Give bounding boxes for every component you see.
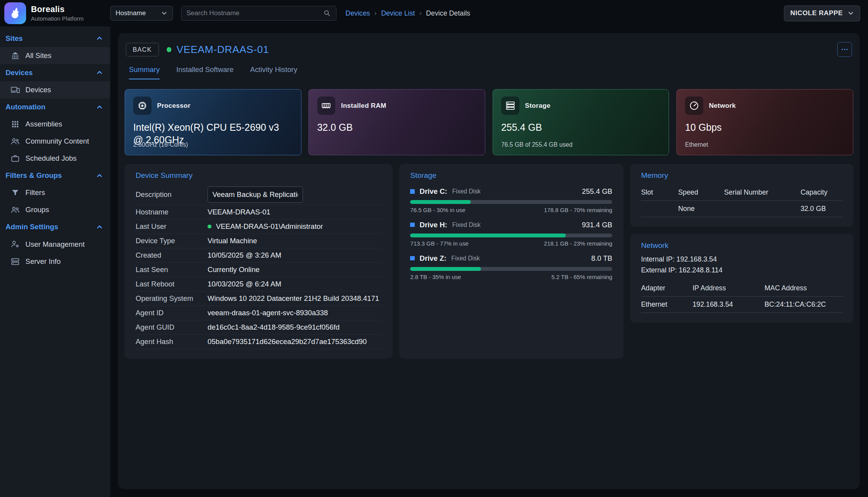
drive-type: Fixed Disk — [452, 188, 481, 195]
drive-size: 255.4 GB — [582, 187, 612, 196]
stat-card-label: Processor — [157, 102, 190, 110]
section-label: Devices — [5, 68, 33, 77]
search-icon[interactable] — [323, 9, 331, 17]
table-header-cell: Speed — [678, 188, 724, 197]
sidebar-item-filters[interactable]: Filters — [0, 184, 110, 201]
sidebar-item-user-management[interactable]: User Management — [0, 236, 110, 253]
stat-card-storage: Storage 255.4 GB 76.5 GB of 255.4 GB use… — [493, 89, 669, 156]
breadcrumb-link-devices[interactable]: Devices — [345, 9, 370, 18]
sidebar-section-admin-settings[interactable]: Admin Settings — [0, 218, 110, 235]
chevron-down-icon — [848, 10, 854, 16]
drive-usage-fill — [410, 267, 481, 271]
row-value: veeam-draas-01-agent-svc-8930a338 — [208, 309, 328, 317]
row-label: Last User — [136, 222, 208, 231]
drive-size: 931.4 GB — [582, 221, 612, 229]
network-table-row: Ethernet 192.168.3.54 BC:24:11:CA:C6:2C — [641, 297, 843, 313]
drive-type: Fixed Disk — [452, 221, 481, 228]
description-input[interactable] — [208, 186, 303, 202]
online-status-dot — [167, 47, 172, 52]
online-status-dot — [208, 225, 211, 228]
drive-name: Drive Z: — [420, 254, 447, 263]
hostname-filter-select[interactable]: Hostname — [110, 6, 173, 21]
stat-card-footer: 2.60GHz (16-Cores) — [133, 141, 188, 148]
cpu-icon — [133, 97, 151, 115]
drive-usage-text: 76.5 GB - 30% in use 178.8 GB - 70% rema… — [410, 207, 612, 213]
building-icon — [11, 51, 20, 60]
drive-marker-icon — [410, 189, 414, 193]
row-label: Description — [136, 190, 208, 199]
row-label: Device Type — [136, 237, 208, 245]
chevron-up-icon — [96, 35, 103, 42]
user-menu-label: NICOLE RAPPE — [791, 9, 843, 17]
network-ips: Internal IP: 192.168.3.54 External IP: 1… — [641, 254, 843, 276]
sidebar-item-community-content[interactable]: Community Content — [0, 133, 110, 150]
stat-card-header: Processor — [133, 97, 292, 115]
sidebar-item-label: All Sites — [25, 51, 51, 60]
tab-activity-history[interactable]: Activity History — [250, 65, 297, 80]
memory-panel: Memory Slot Speed Serial Number Capacity — [630, 164, 854, 227]
breadcrumb-separator: › — [419, 9, 422, 17]
sidebar-item-scheduled-jobs[interactable]: Scheduled Jobs — [0, 150, 110, 167]
search-input[interactable] — [187, 9, 323, 17]
stat-card-footer: Ethernet — [685, 141, 708, 148]
device-details-panel: BACK VEEAM-DRAAS-01 Summary Installed So… — [118, 33, 860, 489]
row-label: Hostname — [136, 208, 208, 216]
device-summary-title: Device Summary — [136, 171, 381, 180]
drive-remaining: 218.1 GB - 23% remaining — [544, 240, 613, 247]
sidebar-section-automation[interactable]: Automation — [0, 98, 110, 116]
table-cell: 32.0 GB — [801, 205, 843, 213]
table-cell: BC:24:11:CA:C6:2C — [764, 300, 843, 309]
sidebar-item-groups[interactable]: Groups — [0, 201, 110, 218]
drive-usage-text: 713.3 GB - 77% in use 218.1 GB - 23% rem… — [410, 240, 612, 247]
table-header-cell: Slot — [641, 188, 678, 197]
borealis-logo[interactable] — [4, 2, 26, 24]
sidebar-item-label: Filters — [25, 188, 45, 197]
summary-row-description: Description — [136, 184, 381, 205]
network-panel-title: Network — [641, 241, 843, 250]
sidebar-item-label: Assemblies — [25, 120, 62, 128]
table-header-cell: Serial Number — [724, 188, 800, 197]
table-cell: None — [678, 205, 724, 213]
row-value: 05ba0e7935171d626ecea29b27d7ae175363cd90 — [208, 337, 367, 346]
devices-icon — [11, 85, 20, 95]
device-summary-table: Description Hostname VEEAM-DRAAS-01 Las — [136, 184, 381, 349]
user-menu-button[interactable]: NICOLE RAPPE — [784, 5, 860, 21]
drive-usage-text: 2.8 TB - 35% in use 5.2 TB - 65% remaini… — [410, 274, 612, 280]
stat-card-installed-ram: Installed RAM 32.0 GB — [308, 89, 485, 156]
table-cell: 192.168.3.54 — [692, 300, 764, 309]
memory-table-header-row: Slot Speed Serial Number Capacity — [641, 184, 843, 201]
drive-h: Drive H: Fixed Disk 931.4 GB 713.3 GB - … — [410, 221, 612, 247]
sidebar-section-sites[interactable]: Sites — [0, 30, 110, 47]
sidebar-item-assemblies[interactable]: Assemblies — [0, 116, 110, 133]
drive-usage-fill — [410, 234, 566, 237]
tab-summary[interactable]: Summary — [129, 65, 160, 80]
more-actions-button[interactable] — [837, 42, 852, 57]
stat-card-network: Network 10 Gbps Ethernet — [676, 89, 853, 156]
back-button[interactable]: BACK — [126, 43, 159, 56]
sidebar-section-devices[interactable]: Devices — [0, 64, 110, 81]
stat-card-value: 255.4 GB — [501, 121, 654, 134]
section-label: Filters & Groups — [5, 171, 62, 180]
drive-in-use: 713.3 GB - 77% in use — [410, 240, 468, 247]
people-icon — [11, 205, 20, 214]
row-value: 10/05/2025 @ 3:26 AM — [208, 251, 281, 260]
drive-name: Drive H: — [420, 221, 447, 229]
sidebar-item-server-info[interactable]: Server Info — [0, 253, 110, 270]
device-title: VEEAM-DRAAS-01 — [176, 44, 269, 56]
sidebar-item-devices[interactable]: Devices — [0, 81, 110, 98]
sidebar-item-all-sites[interactable]: All Sites — [0, 47, 110, 64]
stat-card-footer: 76.5 GB of 255.4 GB used — [501, 141, 572, 148]
table-header-cell: MAC Address — [764, 284, 843, 292]
drive-usage-bar — [410, 234, 612, 237]
table-header-cell: Capacity — [801, 188, 843, 197]
device-tabs: Summary Installed Software Activity Hist… — [129, 65, 849, 80]
row-value: VEEAM-DRAAS-01 — [208, 208, 270, 216]
breadcrumb-link-device-list[interactable]: Device List — [381, 9, 415, 18]
sidebar-item-label: Server Info — [25, 257, 60, 266]
sidebar-section-filters-groups[interactable]: Filters & Groups — [0, 167, 110, 184]
memory-table-row: None 32.0 GB — [641, 201, 843, 217]
tab-installed-software[interactable]: Installed Software — [176, 65, 234, 80]
chevron-up-icon — [96, 224, 103, 230]
stat-card-value: 10 Gbps — [685, 121, 838, 134]
row-label: Operating System — [136, 294, 208, 303]
